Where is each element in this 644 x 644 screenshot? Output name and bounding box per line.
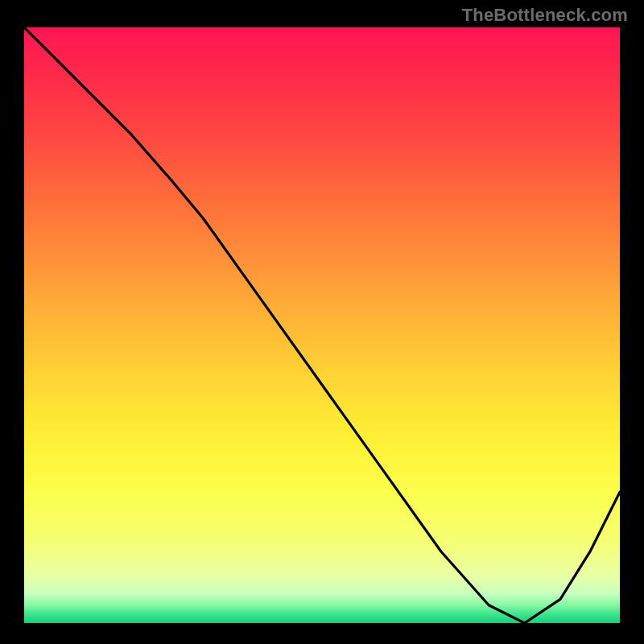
curve-overlay bbox=[24, 27, 620, 623]
chart-frame: TheBottleneck.com bbox=[0, 0, 644, 644]
attribution-label: TheBottleneck.com bbox=[462, 5, 628, 26]
plot-area bbox=[24, 27, 620, 623]
bottleneck-curve bbox=[24, 27, 620, 623]
